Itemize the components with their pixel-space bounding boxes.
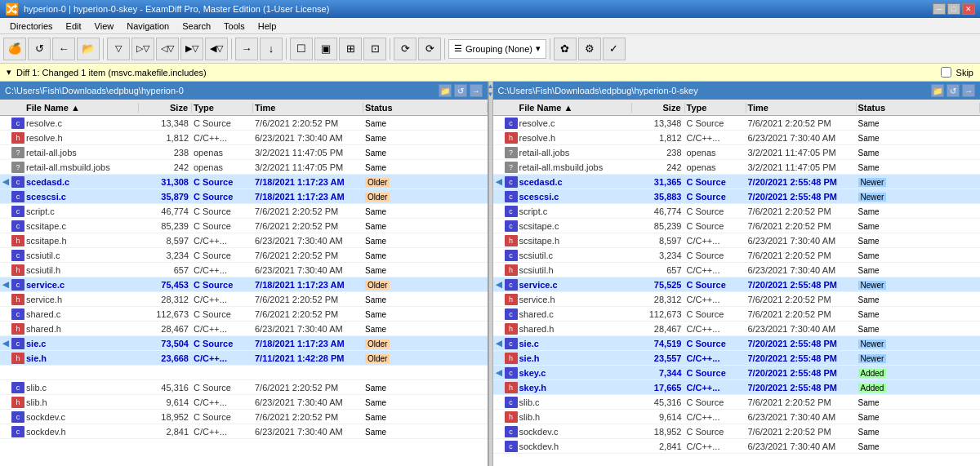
menu-item-navigation[interactable]: Navigation	[120, 20, 176, 33]
left-col-time[interactable]: Time	[253, 103, 363, 113]
table-row[interactable]: cslib.c45,316C Source7/6/2021 2:20:52 PM…	[493, 395, 981, 410]
maximize-button[interactable]: □	[947, 3, 960, 15]
table-row[interactable]: cscsiutil.c3,234C Source7/6/2021 2:20:52…	[493, 248, 981, 263]
menu-item-help[interactable]: Help	[252, 20, 283, 33]
table-row[interactable]: cscript.c46,774C Source7/6/2021 2:20:52 …	[493, 204, 981, 219]
table-row[interactable]: cslib.c45,316C Source7/6/2021 2:20:52 PM…	[0, 380, 488, 395]
close-button[interactable]: ✕	[962, 3, 975, 15]
table-row[interactable]: cshared.c112,673C Source7/6/2021 2:20:52…	[493, 307, 981, 322]
tb-view4[interactable]: ⊡	[363, 38, 386, 60]
tb-view2[interactable]: ▣	[314, 38, 337, 60]
left-arrow-icon[interactable]: →	[470, 84, 483, 97]
right-col-type[interactable]: Type	[685, 103, 746, 113]
table-row[interactable]: ?retail-all.msbuild.jobs242openas3/2/202…	[493, 160, 981, 175]
right-refresh-icon[interactable]: ↺	[947, 84, 960, 97]
diff-dropdown-icon[interactable]: ▾	[7, 67, 11, 78]
table-row[interactable]: hresolve.h1,812C/C++...6/23/2021 7:30:40…	[493, 131, 981, 145]
table-row[interactable]: csockdev.h2,841C/C++...6/23/2021 7:30:40…	[0, 424, 488, 439]
table-row[interactable]: hservice.h28,312C/C++...7/6/2021 2:20:52…	[493, 292, 981, 307]
table-row[interactable]: csockdev.h2,841C/C++...6/23/2021 7:30:40…	[493, 439, 981, 454]
table-row[interactable]	[0, 366, 488, 380]
table-row[interactable]: ◀cscedasd.c31,308C Source7/18/2021 1:17:…	[0, 175, 488, 189]
table-row[interactable]: cscsitape.c85,239C Source7/6/2021 2:20:5…	[493, 219, 981, 233]
right-arrow-icon[interactable]: →	[962, 84, 975, 97]
tb-nav-right[interactable]: →	[235, 38, 258, 60]
right-folder-icon[interactable]: 📁	[931, 84, 944, 97]
table-row[interactable]: csockdev.c18,952C Source7/6/2021 2:20:52…	[493, 424, 981, 439]
table-row[interactable]: cscsitape.c85,239C Source7/6/2021 2:20:5…	[0, 219, 488, 233]
table-row[interactable]: ◀cservice.c75,525C Source7/20/2021 2:55:…	[493, 277, 981, 292]
right-col-time[interactable]: Time	[746, 103, 857, 113]
tb-view1[interactable]: ☐	[290, 38, 313, 60]
table-row[interactable]: hscsitape.h8,597C/C++...6/23/2021 7:30:4…	[493, 233, 981, 248]
menu-item-search[interactable]: Search	[176, 20, 217, 33]
table-row[interactable]: cscript.c46,774C Source7/6/2021 2:20:52 …	[0, 204, 488, 219]
tb-flower[interactable]: ✿	[554, 38, 577, 60]
tb-view3[interactable]: ⊞	[339, 38, 362, 60]
table-row[interactable]: hskey.h17,665C/C++...7/20/2021 2:55:48 P…	[493, 380, 981, 395]
table-row[interactable]: hscsiutil.h657C/C++...6/23/2021 7:30:40 …	[0, 263, 488, 277]
tb-refresh2[interactable]: ⟳	[418, 38, 441, 60]
tb-filter1[interactable]: ▽	[107, 38, 130, 60]
right-file-list[interactable]: cresolve.c13,348C Source7/6/2021 2:20:52…	[493, 116, 981, 466]
tb-nav-down[interactable]: ↓	[260, 38, 283, 60]
tb-refresh[interactable]: 🍊	[3, 38, 26, 60]
left-refresh-icon[interactable]: ↺	[454, 84, 467, 97]
table-row[interactable]: hshared.h28,467C/C++...6/23/2021 7:30:40…	[0, 322, 488, 336]
left-col-status[interactable]: Status	[363, 103, 488, 113]
table-row[interactable]: hslib.h9,614C/C++...6/23/2021 7:30:40 AM…	[0, 395, 488, 410]
table-row[interactable]: hservice.h28,312C/C++...7/6/2021 2:20:52…	[0, 292, 488, 307]
tb-filter4[interactable]: ▶▽	[180, 38, 203, 60]
left-file-list[interactable]: cresolve.c13,348C Source7/6/2021 2:20:52…	[0, 116, 488, 466]
table-row[interactable]: csockdev.c18,952C Source7/6/2021 2:20:52…	[0, 410, 488, 424]
tb-filter3[interactable]: ◁▽	[156, 38, 179, 60]
table-row[interactable]: hresolve.h1,812C/C++...6/23/2021 7:30:40…	[0, 131, 488, 145]
table-row[interactable]: hshared.h28,467C/C++...6/23/2021 7:30:40…	[493, 322, 981, 336]
tb-grouping[interactable]: ☰ Grouping (None) ▾	[448, 39, 546, 59]
left-col-size[interactable]: Size	[139, 103, 192, 113]
left-col-type[interactable]: Type	[192, 103, 253, 113]
table-row[interactable]: hscsitape.h8,597C/C++...6/23/2021 7:30:4…	[0, 233, 488, 248]
table-row[interactable]: ◀cskey.c7,344C Source7/20/2021 2:55:48 P…	[493, 366, 981, 380]
table-row[interactable]: ?retail-all.jobs238openas3/2/2021 11:47:…	[0, 145, 488, 160]
table-row[interactable]: cresolve.c13,348C Source7/6/2021 2:20:52…	[0, 116, 488, 131]
tb-undo[interactable]: ↺	[28, 38, 51, 60]
file-name: resolve.c	[518, 118, 632, 128]
tb-filter5[interactable]: ◀▽	[205, 38, 228, 60]
table-row[interactable]: cshared.c112,673C Source7/6/2021 2:20:52…	[0, 307, 488, 322]
right-col-size[interactable]: Size	[632, 103, 685, 113]
table-row[interactable]: hscsiutil.h657C/C++...6/23/2021 7:30:40 …	[493, 263, 981, 277]
left-folder-icon[interactable]: 📁	[439, 84, 452, 97]
right-col-name[interactable]: File Name ▲	[518, 103, 632, 113]
menu-item-directories[interactable]: Directories	[3, 20, 60, 33]
table-row[interactable]: hslib.h9,614C/C++...6/23/2021 7:30:40 AM…	[493, 410, 981, 424]
table-row[interactable]: ◀csie.c73,504C Source7/18/2021 1:17:23 A…	[0, 336, 488, 351]
tb-check[interactable]: ✓	[603, 38, 626, 60]
tb-back[interactable]: ←	[52, 38, 75, 60]
skip-checkbox[interactable]	[941, 67, 951, 78]
table-row[interactable]: ?retail-all.msbuild.jobs242openas3/2/202…	[0, 160, 488, 175]
minimize-button[interactable]: ─	[933, 3, 946, 15]
table-row[interactable]: cresolve.c13,348C Source7/6/2021 2:20:52…	[493, 116, 981, 131]
menu-item-view[interactable]: View	[88, 20, 121, 33]
file-type: C Source	[192, 221, 253, 231]
table-row[interactable]: cscescsi.c35,883C Source7/20/2021 2:55:4…	[493, 189, 981, 204]
left-col-name[interactable]: File Name ▲	[24, 103, 139, 113]
menu-item-tools[interactable]: Tools	[217, 20, 252, 33]
tb-filter2[interactable]: ▷▽	[131, 38, 154, 60]
table-row[interactable]: ◀cscedasd.c31,365C Source7/20/2021 2:55:…	[493, 175, 981, 189]
table-row[interactable]: cscsiutil.c3,234C Source7/6/2021 2:20:52…	[0, 248, 488, 263]
file-type-icon: c	[505, 367, 518, 379]
file-time: 7/18/2021 1:17:23 AM	[253, 280, 363, 290]
table-row[interactable]: ◀cservice.c75,453C Source7/18/2021 1:17:…	[0, 277, 488, 292]
tb-open[interactable]: 📂	[77, 38, 100, 60]
table-row[interactable]: cscescsi.c35,879C Source7/18/2021 1:17:2…	[0, 189, 488, 204]
table-row[interactable]: ◀csie.c74,519C Source7/20/2021 2:55:48 P…	[493, 336, 981, 351]
menu-item-edit[interactable]: Edit	[60, 20, 88, 33]
right-col-status[interactable]: Status	[857, 103, 981, 113]
tb-gear[interactable]: ⚙	[578, 38, 601, 60]
table-row[interactable]: ?retail-all.jobs238openas3/2/2021 11:47:…	[493, 145, 981, 160]
table-row[interactable]: hsie.h23,557C/C++...7/20/2021 2:55:48 PM…	[493, 351, 981, 366]
table-row[interactable]: hsie.h23,668C/C++...7/11/2021 1:42:28 PM…	[0, 351, 488, 366]
tb-sync[interactable]: ⟳	[394, 38, 416, 60]
